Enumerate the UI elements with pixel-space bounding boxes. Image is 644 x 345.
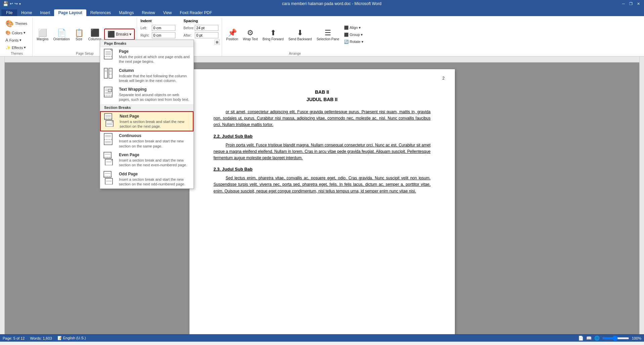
- send-backward-button[interactable]: ⬇ Send Backward: [286, 27, 314, 42]
- effects-dropdown-icon: ▾: [24, 45, 26, 50]
- left-indent-label: Left:: [140, 26, 151, 30]
- left-indent-input[interactable]: [152, 25, 175, 31]
- tab-page-layout[interactable]: Page Layout: [54, 9, 86, 16]
- view-web-icon[interactable]: 🌐: [594, 336, 600, 341]
- tab-foxit[interactable]: Foxit Reader PDF: [176, 9, 216, 16]
- themes-button[interactable]: 🎨 Themes: [3, 18, 30, 29]
- margins-button[interactable]: ⬜ Margins: [35, 27, 51, 42]
- rotate-button[interactable]: 🔄 Rotate ▾: [342, 39, 366, 45]
- minimize-button[interactable]: ─: [620, 1, 627, 6]
- text-wrap-text: Text Wrapping Separate text around objec…: [119, 87, 190, 102]
- wrap-text-button[interactable]: ⚙ Wrap Text: [241, 27, 260, 42]
- next-page-break-item[interactable]: 2 Next Page Insert a section break and s…: [100, 111, 194, 132]
- after-spacing-input[interactable]: [195, 32, 218, 38]
- text-wrap-break-item[interactable]: Text Wrapping Separate text around objec…: [100, 85, 194, 104]
- column-break-item[interactable]: Column Indicate that the text following …: [100, 66, 194, 85]
- after-spacing-label: After:: [183, 34, 194, 37]
- selection-pane-button[interactable]: ☰ Selection Pane: [314, 27, 341, 42]
- breaks-dropdown-menu: Page Breaks Page Mark the point at which…: [100, 40, 194, 189]
- tab-view[interactable]: View: [159, 9, 176, 16]
- spacing-label: Spacing: [183, 19, 218, 23]
- redo-quick-btn[interactable]: ↪: [14, 1, 18, 6]
- tab-references[interactable]: References: [86, 9, 115, 16]
- effects-button[interactable]: ✨ Effects ▾: [3, 44, 28, 51]
- section-22-title: 2.2. Judul Sub Bab: [214, 134, 431, 139]
- intro-paragraph[interactable]: or sit amet, consectetur adipiscing elit…: [214, 109, 431, 128]
- status-bar: Page: 5 of 12 Words: 1,603 📝 English (U.…: [0, 334, 644, 342]
- orientation-button[interactable]: 📄 Orientation: [51, 27, 72, 42]
- chapter-heading: BAB II: [214, 89, 431, 95]
- zoom-slider[interactable]: [602, 337, 629, 339]
- group-icon: ⬛: [344, 33, 349, 37]
- page-break-item[interactable]: Page Mark the point at which one page en…: [100, 47, 194, 66]
- before-spacing-input[interactable]: [195, 25, 218, 31]
- restore-button[interactable]: ❐: [628, 1, 634, 6]
- arrange-group: 📌 Position ⚙ Wrap Text ⬆ Bring Forward ⬇…: [222, 17, 368, 56]
- next-page-text: Next Page Insert a section break and sta…: [120, 114, 189, 129]
- page-break-desc: Mark the point at which one page ends an…: [119, 54, 190, 64]
- continuous-break-title: Continuous: [119, 133, 190, 138]
- position-label: Position: [226, 37, 238, 41]
- align-icon: ⬛: [344, 26, 349, 30]
- effects-label: Effects: [12, 46, 23, 50]
- paragraph-dialog-launcher[interactable]: ⊞: [214, 40, 220, 45]
- language-indicator: 📝 English (U.S.): [57, 336, 86, 340]
- group-button[interactable]: ⬛ Group ▾: [342, 32, 366, 38]
- document-area: 2 BAB II JUDUL BAB II or sit amet, conse…: [0, 56, 644, 334]
- status-right: 📄 📖 🌐 100%: [578, 336, 641, 341]
- bring-forward-icon: ⬆: [270, 29, 276, 37]
- view-print-icon[interactable]: 📄: [578, 336, 584, 341]
- vertical-scrollbar[interactable]: [639, 56, 644, 334]
- right-indent-input[interactable]: [152, 32, 175, 38]
- spell-check-icon: 📝: [57, 336, 62, 340]
- quick-access-dropdown[interactable]: ▾: [19, 2, 21, 6]
- even-page-break-item[interactable]: 2 Even Page Insert a section break and s…: [100, 150, 194, 170]
- odd-page-break-item[interactable]: Odd Page Insert a section break and star…: [100, 170, 194, 189]
- orientation-label: Orientation: [53, 37, 70, 41]
- tab-mailings[interactable]: Mailings: [115, 9, 138, 16]
- odd-page-icon: [103, 172, 116, 184]
- themes-group-label: Themes: [11, 52, 23, 55]
- breaks-button[interactable]: ⬛ Breaks ▾: [104, 29, 135, 40]
- continuous-break-item[interactable]: Continuous Insert a section break and st…: [100, 131, 194, 150]
- section-23-title: 2.3. Judul Sub Bab: [214, 167, 431, 172]
- section-22-paragraph[interactable]: Proin porta velit. Fusce tristique bland…: [214, 142, 431, 162]
- colors-icon: 🎨: [5, 30, 11, 35]
- column-break-icon: [103, 68, 116, 80]
- position-icon: 📌: [228, 29, 237, 37]
- tab-insert[interactable]: Insert: [36, 9, 54, 16]
- save-quick-btn[interactable]: 💾: [3, 1, 8, 6]
- colors-button[interactable]: 🎨 Colors ▾: [3, 29, 28, 36]
- svg-rect-28: [104, 133, 112, 145]
- page-break-text: Page Mark the point at which one page en…: [119, 49, 190, 64]
- position-button[interactable]: 📌 Position: [224, 27, 240, 42]
- size-button[interactable]: 📋 Size: [73, 27, 86, 42]
- tab-home[interactable]: Home: [17, 9, 36, 16]
- columns-icon: ⬛: [90, 29, 99, 37]
- rotate-label: Rotate: [350, 40, 360, 44]
- view-reading-icon[interactable]: 📖: [586, 336, 592, 341]
- align-button[interactable]: ⬛ Align ▾: [342, 25, 366, 31]
- tab-review[interactable]: Review: [138, 9, 159, 16]
- document-page[interactable]: 2 BAB II JUDUL BAB II or sit amet, conse…: [189, 69, 455, 334]
- close-button[interactable]: ✕: [635, 1, 641, 6]
- bring-forward-button[interactable]: ⬆ Bring Forward: [261, 27, 286, 42]
- breaks-label: Breaks: [116, 32, 128, 37]
- section-23-paragraph[interactable]: Sed lectus enim, pharetra vitae, convall…: [214, 175, 431, 195]
- title-bar: 💾 ↩ ↪ ▾ cara memberi halaman pada word.d…: [0, 0, 644, 7]
- window-title: cara memberi halaman pada word.doc - Mic…: [43, 1, 620, 6]
- size-icon: 📋: [75, 29, 84, 37]
- margins-label: Margins: [37, 37, 49, 41]
- column-break-desc: Indicate that the text following the col…: [119, 74, 190, 83]
- fonts-button[interactable]: A Fonts ▾: [3, 37, 24, 44]
- tab-bar: File Home Insert Page Layout References …: [0, 7, 644, 16]
- continuous-break-desc: Insert a section break and start the new…: [119, 139, 190, 148]
- even-page-icon: 2: [103, 153, 116, 165]
- tab-file[interactable]: File: [1, 9, 17, 16]
- svg-rect-43: [105, 178, 113, 184]
- selection-pane-label: Selection Pane: [316, 37, 339, 41]
- even-page-break-text: Even Page Insert a section break and sta…: [119, 153, 190, 168]
- wrap-text-label: Wrap Text: [243, 37, 258, 41]
- wrap-text-icon: ⚙: [247, 29, 254, 37]
- undo-quick-btn[interactable]: ↩: [10, 1, 13, 6]
